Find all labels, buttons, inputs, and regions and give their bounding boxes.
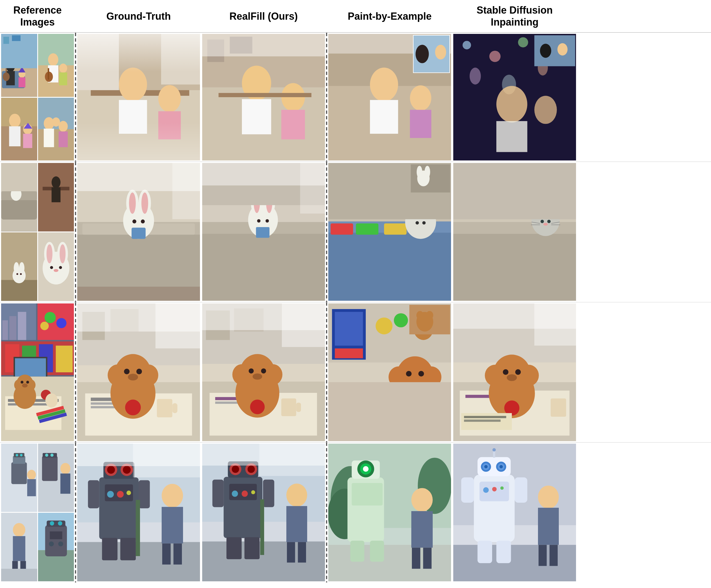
svg-point-158 <box>547 220 551 223</box>
gt-cell-row2 <box>76 162 201 302</box>
ref-img-4-3 <box>1 513 37 581</box>
svg-rect-373 <box>412 548 420 569</box>
svg-rect-138 <box>330 223 353 235</box>
pbe-cell-row3 <box>327 302 452 442</box>
svg-rect-368 <box>352 483 383 505</box>
svg-point-305 <box>58 521 62 526</box>
svg-rect-118 <box>132 227 146 239</box>
svg-rect-167 <box>2 320 8 340</box>
svg-rect-134 <box>300 163 325 214</box>
svg-point-130 <box>265 219 269 223</box>
svg-rect-31 <box>44 129 54 147</box>
gt-cell-row3 <box>76 302 201 442</box>
svg-point-144 <box>415 221 419 224</box>
gt-img-row3 <box>77 303 200 441</box>
svg-rect-354 <box>260 499 264 555</box>
svg-rect-79 <box>1 199 37 220</box>
sd-container-row1 <box>453 34 576 160</box>
svg-point-230 <box>249 368 254 373</box>
svg-point-104 <box>53 269 58 272</box>
svg-point-159 <box>543 223 548 226</box>
svg-point-67 <box>518 38 528 47</box>
sd-cell-row3 <box>452 302 577 442</box>
svg-rect-288 <box>43 453 57 458</box>
pbe-cell-row1 <box>327 33 452 161</box>
svg-rect-344 <box>227 537 242 559</box>
data-row-4 <box>0 442 711 583</box>
svg-rect-319 <box>138 480 150 508</box>
ref-img-1-4 <box>38 98 74 161</box>
svg-rect-169 <box>18 312 26 340</box>
ref-cell-row1 <box>0 33 75 161</box>
svg-rect-234 <box>281 398 296 416</box>
svg-rect-318 <box>88 480 100 508</box>
ref-img-4-2 <box>38 444 74 512</box>
svg-rect-303 <box>47 521 65 527</box>
header-row: Reference Images Ground-Truth RealFill (… <box>0 0 711 32</box>
svg-point-15 <box>48 53 58 66</box>
ref-grid-row1 <box>1 34 74 160</box>
svg-rect-235 <box>296 402 301 412</box>
pbe-container-row2 <box>328 163 451 301</box>
ref-img-1-2 <box>38 34 74 97</box>
svg-point-324 <box>117 491 124 498</box>
svg-rect-29 <box>38 129 74 160</box>
svg-rect-329 <box>174 543 182 564</box>
svg-point-291 <box>60 463 70 474</box>
svg-point-76 <box>540 44 551 58</box>
svg-rect-320 <box>102 538 117 560</box>
svg-point-87 <box>51 177 60 189</box>
svg-rect-352 <box>287 542 295 563</box>
svg-rect-52 <box>219 93 311 97</box>
rf-img-row2 <box>202 163 325 301</box>
pbe-container-row3 <box>328 303 451 441</box>
svg-rect-26 <box>23 134 32 148</box>
svg-point-283 <box>20 454 22 456</box>
svg-point-63 <box>435 45 446 60</box>
svg-point-211 <box>136 369 142 374</box>
svg-rect-356 <box>259 444 325 476</box>
gt-cell-row1 <box>76 33 201 161</box>
svg-rect-242 <box>335 348 363 358</box>
svg-point-102 <box>50 266 53 269</box>
ref-cell-row4 <box>0 442 75 583</box>
svg-rect-362 <box>328 545 451 581</box>
svg-point-100 <box>46 244 52 263</box>
svg-rect-351 <box>286 506 307 542</box>
ref-img-4-4 <box>38 513 74 581</box>
gt-img-row1 <box>77 34 200 160</box>
ref-img-2-1 <box>1 163 37 232</box>
pbe-container-row4 <box>328 444 451 581</box>
svg-point-348 <box>242 491 248 497</box>
sd-cell-row4 <box>452 442 577 583</box>
svg-point-58 <box>410 86 431 111</box>
ref-cell-row3 <box>0 302 75 442</box>
svg-point-72 <box>496 86 527 123</box>
svg-rect-18 <box>47 68 49 80</box>
svg-point-23 <box>9 114 21 127</box>
svg-point-92 <box>14 262 19 274</box>
svg-point-268 <box>515 369 521 375</box>
svg-rect-399 <box>550 545 558 566</box>
ref-img-2-3 <box>1 232 37 301</box>
svg-rect-274 <box>464 419 501 422</box>
svg-point-210 <box>124 369 129 374</box>
svg-rect-53 <box>202 34 325 56</box>
svg-rect-214 <box>157 399 172 417</box>
svg-point-150 <box>425 166 430 178</box>
svg-point-371 <box>411 488 433 511</box>
rf-cell-row4 <box>201 442 326 583</box>
svg-point-69 <box>470 68 481 85</box>
svg-rect-180 <box>15 358 46 376</box>
svg-rect-321 <box>120 538 136 560</box>
ref-cell-row2 <box>0 162 75 302</box>
svg-rect-73 <box>496 121 527 152</box>
svg-rect-57 <box>370 100 398 134</box>
svg-rect-327 <box>161 507 183 544</box>
svg-point-74 <box>534 96 557 124</box>
svg-rect-306 <box>50 532 62 539</box>
ref-img-1-3 <box>1 98 37 161</box>
ref-img-2-2 <box>38 163 74 232</box>
pbe-container-row1 <box>328 34 451 160</box>
svg-rect-398 <box>539 545 546 566</box>
